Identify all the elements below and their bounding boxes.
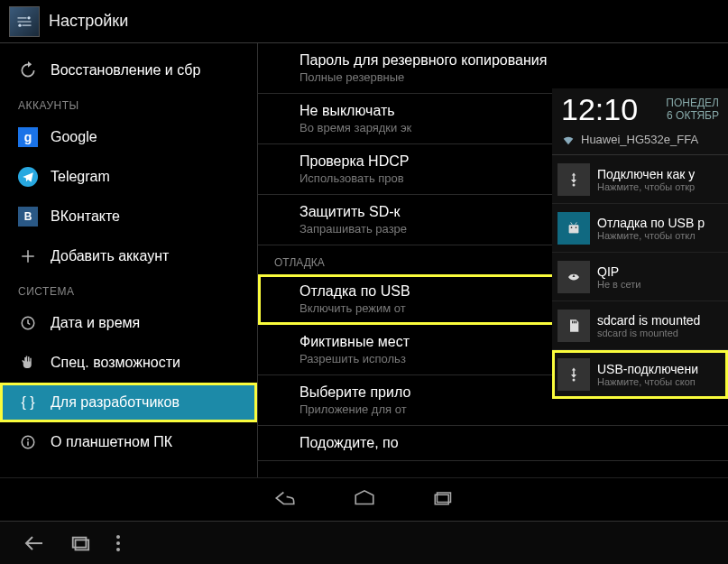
settings-detail: Пароль для резервного копирования Полные…	[257, 43, 728, 513]
sidebar-item-datetime[interactable]: Дата и время	[0, 303, 257, 343]
svg-rect-10	[574, 320, 575, 323]
sidebar-item-label: Дата и время	[51, 315, 140, 331]
settings-app-icon	[9, 6, 40, 37]
qip-icon	[558, 261, 590, 293]
svg-point-8	[576, 227, 577, 228]
nav-recent-button[interactable]	[427, 485, 461, 511]
svg-rect-5	[27, 441, 29, 446]
svg-point-1	[18, 23, 21, 26]
sidebar-item-developer[interactable]: { } Для разработчиков	[0, 383, 257, 422]
sidebar-item-label: ВКонтакте	[51, 208, 120, 225]
usb-icon	[558, 358, 590, 391]
android-icon	[558, 212, 590, 245]
plus-icon	[18, 246, 38, 266]
sidebar-item-label: Восстановление и сбр	[51, 62, 200, 79]
system-navbar	[0, 477, 728, 517]
bottom-recent-button[interactable]	[70, 534, 90, 552]
sliders-icon	[15, 13, 33, 31]
svg-point-7	[571, 227, 573, 228]
section-system: Система	[0, 276, 257, 303]
hand-icon	[18, 353, 38, 373]
clock-time: 12:10	[561, 92, 638, 127]
notification-panel: 12:10 ПОНЕДЕЛ 6 ОКТЯБР Huawei_HG532e_FFA…	[552, 88, 728, 399]
svg-point-12	[573, 378, 576, 381]
notif-usb-connection[interactable]: USB-подключени Нажмите, чтобы скоп	[552, 350, 728, 399]
wifi-status[interactable]: Huawei_HG532e_FFA	[561, 133, 719, 146]
notif-usb-connected[interactable]: Подключен как у Нажмите, чтобы откр	[552, 155, 728, 204]
settings-sidebar: Восстановление и сбр Аккаунты g Google T…	[0, 43, 257, 513]
sidebar-item-label: Google	[51, 129, 97, 145]
sidebar-item-label: Для разработчиков	[51, 394, 180, 411]
sidebar-item-restore[interactable]: Восстановление и сбр	[0, 51, 257, 90]
setting-backup-password[interactable]: Пароль для резервного копирования Полные…	[258, 43, 728, 94]
sidebar-item-label: Добавить аккаунт	[51, 248, 169, 264]
notif-sdcard[interactable]: sdcard is mounted sdcard is mounted	[552, 301, 728, 350]
svg-point-19	[116, 548, 120, 551]
sidebar-item-google[interactable]: g Google	[0, 117, 257, 157]
sidebar-item-label: О планшетном ПК	[51, 434, 172, 450]
svg-point-0	[27, 16, 30, 19]
telegram-icon	[18, 167, 38, 187]
app-header: Настройки	[0, 0, 728, 43]
sidebar-item-about[interactable]: О планшетном ПК	[0, 422, 257, 462]
wifi-icon	[561, 134, 576, 146]
svg-point-18	[116, 541, 120, 545]
braces-icon: { }	[18, 393, 38, 412]
setting-wait[interactable]: Подождите, по	[258, 426, 728, 461]
bottom-toolbar	[0, 521, 728, 564]
sidebar-item-accessibility[interactable]: Спец. возможности	[0, 343, 257, 383]
clock-icon	[18, 313, 38, 333]
restore-icon	[18, 60, 38, 80]
page-title: Настройки	[49, 12, 128, 31]
google-icon: g	[18, 127, 38, 147]
clock-date: ПОНЕДЕЛ 6 ОКТЯБР	[666, 97, 719, 121]
info-icon	[18, 432, 38, 452]
sidebar-item-vk[interactable]: B ВКонтакте	[0, 197, 257, 236]
svg-rect-9	[572, 320, 573, 323]
notif-qip[interactable]: QIP Не в сети	[552, 253, 728, 301]
sdcard-icon	[558, 310, 590, 342]
svg-point-4	[27, 439, 29, 440]
section-accounts: Аккаунты	[0, 90, 257, 117]
sidebar-item-label: Спец. возможности	[51, 355, 180, 371]
bottom-menu-button[interactable]	[115, 534, 121, 552]
usb-icon	[558, 163, 590, 196]
sidebar-item-add-account[interactable]: Добавить аккаунт	[0, 236, 257, 276]
sidebar-item-label: Telegram	[51, 169, 110, 185]
notif-usb-debug[interactable]: Отладка по USB р Нажмите, чтобы откл	[552, 204, 728, 253]
svg-point-17	[116, 535, 120, 539]
bottom-back-button[interactable]	[23, 534, 45, 552]
nav-back-button[interactable]	[268, 485, 302, 511]
notif-header: 12:10 ПОНЕДЕЛ 6 ОКТЯБР Huawei_HG532e_FFA	[552, 88, 728, 155]
svg-rect-11	[576, 320, 576, 323]
sidebar-item-telegram[interactable]: Telegram	[0, 157, 257, 197]
nav-home-button[interactable]	[347, 485, 382, 511]
vk-icon: B	[18, 207, 38, 227]
svg-point-6	[573, 183, 576, 186]
